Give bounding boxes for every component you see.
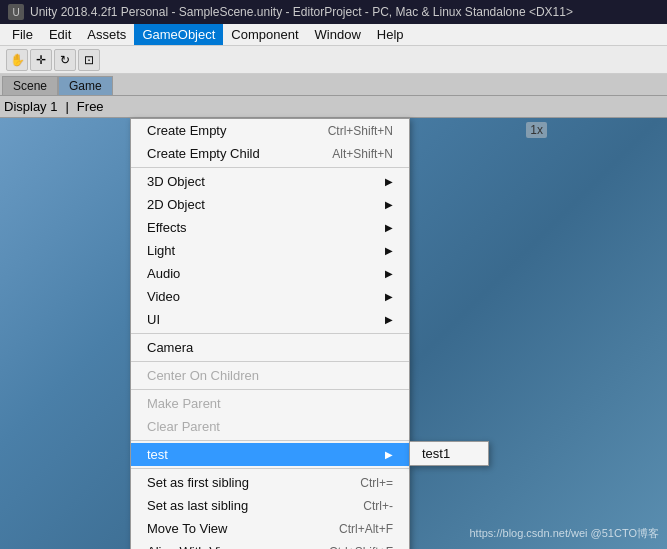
menu-gameobject[interactable]: GameObject [134,24,223,45]
menu-set-last-sibling[interactable]: Set as last sibling Ctrl+- [131,494,409,517]
scene-game-tabs: Scene Game [0,74,667,96]
menu-2d-object[interactable]: 2D Object ▶ [131,193,409,216]
display-label[interactable]: Display 1 [4,99,57,114]
separator-1 [131,167,409,168]
hand-tool-button[interactable]: ✋ [6,49,28,71]
tab-scene[interactable]: Scene [2,76,58,95]
tab-game[interactable]: Game [58,76,113,95]
title-bar: U Unity 2018.4.2f1 Personal - SampleScen… [0,0,667,24]
window-title: Unity 2018.4.2f1 Personal - SampleScene.… [30,5,573,19]
separator-4 [131,389,409,390]
menu-help[interactable]: Help [369,24,412,45]
resolution-label[interactable]: Free [77,99,104,114]
menu-create-empty-child[interactable]: Create Empty Child Alt+Shift+N [131,142,409,165]
move-tool-button[interactable]: ✛ [30,49,52,71]
menu-edit[interactable]: Edit [41,24,79,45]
separator: | [65,99,68,114]
main-viewport: 1x Create Empty Ctrl+Shift+N Create Empt… [0,118,667,549]
menu-move-to-view[interactable]: Move To View Ctrl+Alt+F [131,517,409,540]
tab-info-row: Display 1 | Free [0,96,667,118]
menu-set-first-sibling[interactable]: Set as first sibling Ctrl+= [131,471,409,494]
separator-6 [131,468,409,469]
menu-align-with-view[interactable]: Align With View Ctrl+Shift+F [131,540,409,549]
menu-assets[interactable]: Assets [79,24,134,45]
watermark: https://blog.csdn.net/wei @51CTO博客 [470,526,660,541]
menu-make-parent[interactable]: Make Parent [131,392,409,415]
separator-2 [131,333,409,334]
menu-create-empty[interactable]: Create Empty Ctrl+Shift+N [131,119,409,142]
menu-center-on-children[interactable]: Center On Children [131,364,409,387]
submenu-test1[interactable]: test1 [410,442,488,465]
menu-bar: File Edit Assets GameObject Component Wi… [0,24,667,46]
separator-5 [131,440,409,441]
separator-3 [131,361,409,362]
menu-window[interactable]: Window [307,24,369,45]
menu-3d-object[interactable]: 3D Object ▶ [131,170,409,193]
menu-effects[interactable]: Effects ▶ [131,216,409,239]
zoom-indicator: 1x [526,122,547,138]
menu-test[interactable]: test ▶ test1 [131,443,409,466]
menu-camera[interactable]: Camera [131,336,409,359]
menu-light[interactable]: Light ▶ [131,239,409,262]
menu-audio[interactable]: Audio ▶ [131,262,409,285]
menu-ui[interactable]: UI ▶ [131,308,409,331]
menu-clear-parent[interactable]: Clear Parent [131,415,409,438]
toolbar: ✋ ✛ ↻ ⊡ [0,46,667,74]
dropdown-overlay: Create Empty Ctrl+Shift+N Create Empty C… [0,118,667,549]
menu-component[interactable]: Component [223,24,306,45]
rotate-tool-button[interactable]: ↻ [54,49,76,71]
gameobject-menu[interactable]: Create Empty Ctrl+Shift+N Create Empty C… [130,118,410,549]
scale-tool-button[interactable]: ⊡ [78,49,100,71]
unity-logo-icon: U [8,4,24,20]
test-submenu[interactable]: test1 [409,441,489,466]
menu-file[interactable]: File [4,24,41,45]
menu-video[interactable]: Video ▶ [131,285,409,308]
